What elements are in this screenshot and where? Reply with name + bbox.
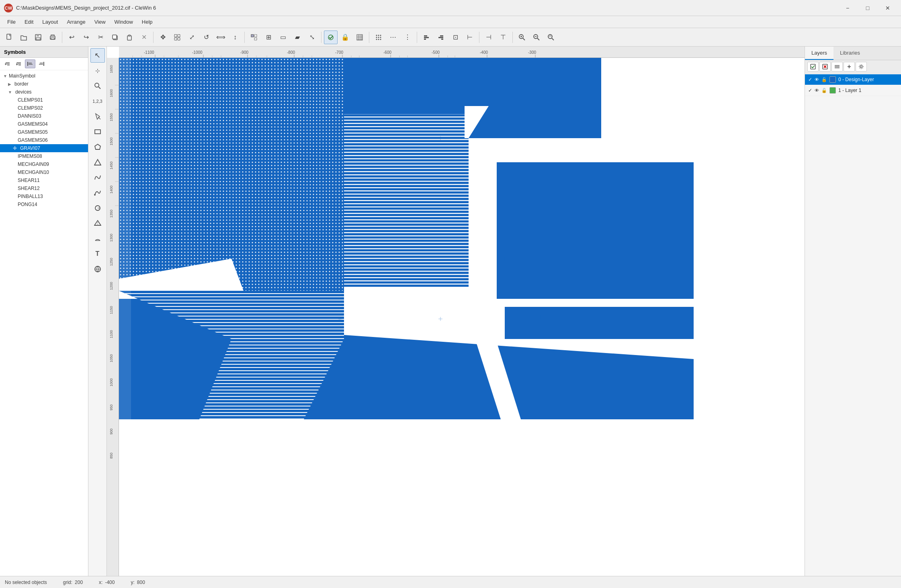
tree-item-devices[interactable]: ▼ devices xyxy=(0,88,88,96)
svg-text:1550: 1550 xyxy=(109,113,113,121)
tab-layers[interactable]: Layers xyxy=(805,47,833,60)
toolbar-move[interactable]: ✥ xyxy=(156,31,170,44)
tree-item-border[interactable]: ▶ border xyxy=(0,80,88,88)
tool-draw-tri2[interactable] xyxy=(90,216,105,231)
menu-help[interactable]: Help xyxy=(138,17,157,27)
svg-rect-8 xyxy=(127,36,131,40)
canvas-design[interactable] xyxy=(119,58,805,576)
tree-item-ipmems08[interactable]: IPMEMS08 xyxy=(0,152,88,160)
toolbar-hier2[interactable]: ▰ xyxy=(291,31,304,44)
toolbar-select-all[interactable] xyxy=(170,31,184,44)
toolbar-zoom-fit[interactable] xyxy=(544,31,558,44)
tree-item-clemps01[interactable]: CLEMPS01 xyxy=(0,96,88,104)
sym-collapse-all[interactable] xyxy=(2,59,13,68)
toolbar-paste[interactable] xyxy=(123,31,136,44)
toolbar-save[interactable] xyxy=(31,31,45,44)
toolbar-more2[interactable]: ⊤ xyxy=(496,31,510,44)
menu-window[interactable]: Window xyxy=(111,17,137,27)
layer-list-btn[interactable] xyxy=(831,62,843,71)
sep2 xyxy=(153,32,154,43)
tool-select-arrow[interactable]: ↖ xyxy=(90,48,105,63)
toolbar-flip[interactable]: ↕ xyxy=(228,31,242,44)
close-button[interactable]: ✕ xyxy=(878,2,897,14)
layer-uncheck-all-btn[interactable] xyxy=(819,62,831,71)
canvas-area[interactable]: -1100 -1000 -900 -800 -700 -600 -500 -40… xyxy=(107,47,805,576)
tool-draw-circle[interactable] xyxy=(90,201,105,215)
toolbar-grid-vis[interactable] xyxy=(353,31,367,44)
layer-row-0[interactable]: ✓ 👁 🔓 0 - Design-Layer xyxy=(805,74,901,85)
tool-draw-arc[interactable] xyxy=(90,231,105,246)
toolbar-dots2[interactable]: ⋯ xyxy=(386,31,400,44)
tree-item-main[interactable]: ▼ MainSymbol xyxy=(0,72,88,80)
toolbar-align1[interactable] xyxy=(420,31,433,44)
toolbar-delete[interactable]: ✕ xyxy=(137,31,151,44)
toolbar-align2[interactable] xyxy=(434,31,448,44)
toolbar-dots3[interactable]: ⋮ xyxy=(401,31,414,44)
layer-row-1[interactable]: ✓ 👁 🔓 1 - Layer 1 xyxy=(805,85,901,96)
tool-measure[interactable]: 1,2,3 xyxy=(90,94,105,108)
toolbar-rotate[interactable]: ↺ xyxy=(199,31,213,44)
tree-item-mechgain10[interactable]: MECHGAIN10 xyxy=(0,168,88,176)
menu-file[interactable]: File xyxy=(3,17,20,27)
tool-draw-poly[interactable] xyxy=(90,140,105,154)
tool-draw-text[interactable]: T xyxy=(90,247,105,261)
toolbar-align4[interactable]: ⊢ xyxy=(463,31,477,44)
toolbar-zoom-in[interactable] xyxy=(515,31,529,44)
toolbar-array[interactable]: ⊞ xyxy=(262,31,275,44)
toolbar-more1[interactable]: ⊣ xyxy=(482,31,496,44)
menu-edit[interactable]: Edit xyxy=(20,17,37,27)
tool-zoom[interactable] xyxy=(90,79,105,93)
tree-item-gasmems06[interactable]: GASMEMS06 xyxy=(0,136,88,144)
tree-item-pong14[interactable]: PONG14 xyxy=(0,200,88,208)
minimize-button[interactable]: − xyxy=(838,2,857,14)
toolbar-undo[interactable]: ↩ xyxy=(65,31,78,44)
tree-item-gasmems05[interactable]: GASMEMS05 xyxy=(0,128,88,136)
toolbar-copy-array[interactable] xyxy=(247,31,261,44)
tree-item-shear11[interactable]: SHEAR11 xyxy=(0,176,88,184)
tool-draw-path[interactable] xyxy=(90,186,105,200)
tree-item-dannis03[interactable]: DANNIS03 xyxy=(0,112,88,120)
toolbar-cut[interactable]: ✂ xyxy=(94,31,107,44)
tool-draw-curve[interactable] xyxy=(90,170,105,185)
menu-view[interactable]: View xyxy=(90,17,110,27)
svg-rect-34 xyxy=(424,35,427,37)
tool-edit-node[interactable]: ⊹ xyxy=(90,63,105,78)
tool-place-ref[interactable] xyxy=(90,109,105,124)
tree-item-shear12[interactable]: SHEAR12 xyxy=(0,184,88,192)
toolbar-open[interactable] xyxy=(17,31,31,44)
menu-arrange[interactable]: Arrange xyxy=(63,17,89,27)
tab-libraries[interactable]: Libraries xyxy=(833,47,866,60)
sym-align-left[interactable] xyxy=(25,59,35,68)
tree-item-clemps02[interactable]: CLEMPS02 xyxy=(0,104,88,112)
toolbar-copy-out[interactable] xyxy=(108,31,122,44)
tree-item-gasmems04[interactable]: GASMEMS04 xyxy=(0,120,88,128)
maximize-button[interactable]: □ xyxy=(858,2,877,14)
tool-draw-symbol[interactable] xyxy=(90,262,105,276)
tree-item-mechgain09[interactable]: MECHGAIN09 xyxy=(0,160,88,168)
tool-draw-rect[interactable] xyxy=(90,125,105,139)
toolbar-new[interactable] xyxy=(2,31,16,44)
toolbar-mirror[interactable]: ⟺ xyxy=(214,31,227,44)
toolbar-zoom-out[interactable] xyxy=(530,31,543,44)
sym-expand-all[interactable] xyxy=(14,59,24,68)
left-toolbox: ↖ ⊹ 1,2,3 T xyxy=(88,47,107,576)
menu-layout[interactable]: Layout xyxy=(38,17,62,27)
tool-draw-tri[interactable] xyxy=(90,155,105,169)
layer-check-all-btn[interactable] xyxy=(807,62,819,71)
svg-text:1050: 1050 xyxy=(109,354,113,362)
toolbar-redo[interactable]: ↪ xyxy=(79,31,93,44)
toolbar-align3[interactable]: ⊡ xyxy=(448,31,462,44)
toolbar-lock[interactable]: 🔒 xyxy=(338,31,352,44)
toolbar-stretch[interactable]: ⤢ xyxy=(185,31,199,44)
x-value: -400 xyxy=(105,580,115,585)
toolbar-dots1[interactable] xyxy=(372,31,385,44)
layer-settings-btn[interactable] xyxy=(856,62,867,71)
tree-item-pinball13[interactable]: PINBALL13 xyxy=(0,192,88,200)
toolbar-hier[interactable]: ▭ xyxy=(276,31,290,44)
tree-item-gravi07[interactable]: ✛ GRAVI07 xyxy=(0,144,88,152)
layer-add-btn[interactable]: + xyxy=(844,62,855,71)
toolbar-snap[interactable] xyxy=(324,31,338,44)
sym-align-right[interactable] xyxy=(36,59,47,68)
toolbar-print[interactable] xyxy=(46,31,59,44)
toolbar-scale[interactable]: ⤡ xyxy=(305,31,319,44)
